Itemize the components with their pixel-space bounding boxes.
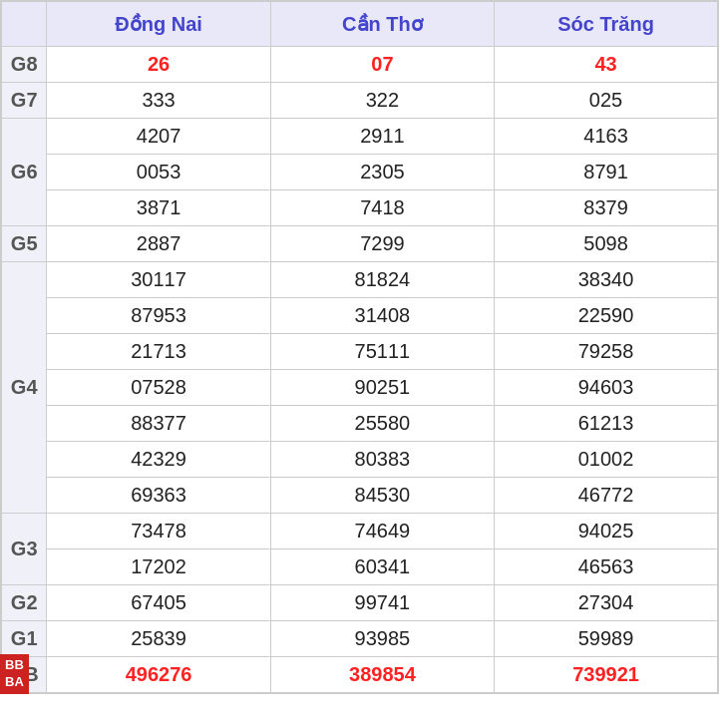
cell-g4-5-1: 80383 [270, 442, 494, 478]
cell-g4-2-1: 75111 [270, 334, 494, 370]
cell-g8-0: 26 [47, 47, 270, 83]
cell-g4-1-1: 31408 [270, 298, 494, 334]
cell-g6-2-2: 8379 [495, 190, 718, 226]
cell-g7-0: 333 [47, 83, 270, 119]
cell-đb-2: 739921 [495, 657, 718, 694]
cell-g3-1-2: 46563 [495, 549, 718, 585]
cell-g8-1: 07 [270, 47, 494, 83]
cell-g6-0-2: 4163 [495, 119, 718, 155]
cell-g3-0-1: 74649 [270, 514, 494, 549]
header-soc-trang: Sóc Trăng [495, 1, 718, 47]
cell-g1-2: 59989 [495, 621, 718, 657]
cell-g4-2-0: 21713 [47, 334, 270, 370]
cell-g6-0-1: 2911 [270, 119, 494, 155]
cell-g4-4-2: 61213 [495, 406, 718, 442]
row-label-g4: G4 [1, 262, 47, 514]
row-label-g3: G3 [1, 514, 47, 585]
cell-g1-1: 93985 [270, 621, 494, 657]
cell-g4-1-2: 22590 [495, 298, 718, 334]
cell-g8-2: 43 [495, 47, 718, 83]
cell-g3-0-0: 73478 [47, 514, 270, 549]
cell-g1-0: 25839 [47, 621, 270, 657]
cell-g4-3-0: 07528 [47, 370, 270, 406]
row-label-g6: G6 [1, 119, 47, 226]
cell-g4-0-1: 81824 [270, 262, 494, 298]
cell-g5-2: 5098 [495, 226, 718, 262]
row-label-g7: G7 [1, 83, 47, 119]
cell-g2-2: 27304 [495, 585, 718, 621]
cell-g2-1: 99741 [270, 585, 494, 621]
row-label-g1: G1 [1, 621, 47, 657]
cell-g6-2-0: 3871 [47, 190, 270, 226]
header-can-tho: Cần Thơ [270, 1, 494, 47]
cell-g4-1-0: 87953 [47, 298, 270, 334]
cell-g6-1-1: 2305 [270, 155, 494, 190]
lottery-table: Đồng Nai Cần Thơ Sóc Trăng G8260743G7333… [0, 0, 719, 694]
cell-g6-1-0: 0053 [47, 155, 270, 190]
cell-g3-1-0: 17202 [47, 549, 270, 585]
cell-g4-0-0: 30117 [47, 262, 270, 298]
cell-g7-1: 322 [270, 83, 494, 119]
cell-đb-1: 389854 [270, 657, 494, 694]
cell-g4-6-1: 84530 [270, 478, 494, 514]
cell-g4-3-1: 90251 [270, 370, 494, 406]
row-label-g2: G2 [1, 585, 47, 621]
cell-g4-6-2: 46772 [495, 478, 718, 514]
cell-g6-0-0: 4207 [47, 119, 270, 155]
header-dong-nai: Đồng Nai [47, 1, 270, 47]
logo-badge: BBBA [0, 654, 29, 694]
cell-g5-0: 2887 [47, 226, 270, 262]
row-label-g8: G8 [1, 47, 47, 83]
cell-g4-0-2: 38340 [495, 262, 718, 298]
cell-g4-5-2: 01002 [495, 442, 718, 478]
cell-g6-2-1: 7418 [270, 190, 494, 226]
cell-g4-6-0: 69363 [47, 478, 270, 514]
cell-g4-3-2: 94603 [495, 370, 718, 406]
cell-g3-1-1: 60341 [270, 549, 494, 585]
header-label-col [1, 1, 47, 47]
cell-g4-4-1: 25580 [270, 406, 494, 442]
cell-g4-5-0: 42329 [47, 442, 270, 478]
cell-g2-0: 67405 [47, 585, 270, 621]
cell-đb-0: 496276 [47, 657, 270, 694]
cell-g7-2: 025 [495, 83, 718, 119]
row-label-g5: G5 [1, 226, 47, 262]
cell-g4-4-0: 88377 [47, 406, 270, 442]
cell-g3-0-2: 94025 [495, 514, 718, 549]
cell-g6-1-2: 8791 [495, 155, 718, 190]
cell-g4-2-2: 79258 [495, 334, 718, 370]
cell-g5-1: 7299 [270, 226, 494, 262]
